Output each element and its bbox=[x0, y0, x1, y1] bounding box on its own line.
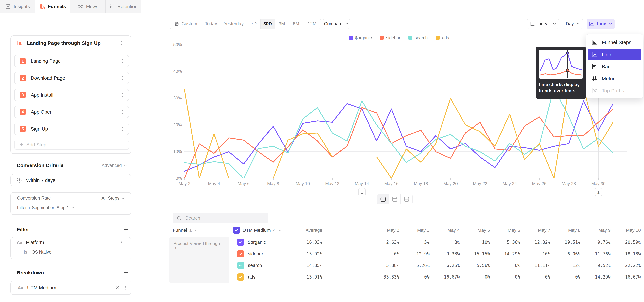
step-kebab-icon[interactable] bbox=[120, 58, 125, 64]
granularity-dropdown[interactable]: Day bbox=[563, 19, 583, 29]
layout-split-button[interactable] bbox=[377, 194, 389, 204]
x-tick-label: May 10 bbox=[291, 181, 314, 186]
funnel-step-row[interactable]: 4 App Open bbox=[14, 106, 129, 118]
legend-item-sidebar[interactable]: sidebar bbox=[380, 35, 400, 40]
value-cell: 20.59% bbox=[615, 240, 644, 245]
step-kebab-icon[interactable] bbox=[120, 92, 125, 98]
value-cell: 9.38% bbox=[434, 251, 464, 256]
all-steps-dropdown[interactable]: All Steps bbox=[102, 196, 125, 201]
breakdown-column-header[interactable]: UTM Medium 4 bbox=[233, 227, 300, 234]
funnel-step-row[interactable]: 5 Sign Up bbox=[14, 123, 129, 135]
filter-value[interactable]: iOS Native bbox=[30, 250, 51, 255]
legend-swatch bbox=[380, 36, 384, 40]
filter-property[interactable]: Platform bbox=[26, 240, 44, 245]
tab-flows[interactable]: Flows bbox=[70, 0, 106, 13]
step-kebab-icon[interactable] bbox=[120, 110, 125, 114]
tab-retention[interactable]: Retention bbox=[106, 0, 141, 13]
check-icon bbox=[234, 228, 239, 232]
funnel-column-header[interactable]: Funnel 1 bbox=[173, 225, 198, 236]
breakdown-card: Aa UTM Medium bbox=[10, 281, 132, 295]
legend-label: sidebar bbox=[386, 35, 400, 40]
range-button-3m[interactable]: 3M bbox=[275, 19, 289, 28]
range-button-today[interactable]: Today bbox=[202, 19, 220, 28]
breakdown-property[interactable]: UTM Medium bbox=[27, 285, 56, 290]
menu-item-funnel-steps[interactable]: Funnel Steps bbox=[588, 36, 641, 48]
legend-item-search[interactable]: search bbox=[408, 35, 428, 40]
remove-breakdown-icon[interactable] bbox=[115, 286, 120, 290]
select-all-checkbox[interactable] bbox=[233, 227, 240, 234]
step-label: App Open bbox=[31, 109, 53, 115]
tab-retention-label: Retention bbox=[118, 4, 138, 9]
linear-scale-icon bbox=[530, 21, 535, 26]
tab-funnels[interactable]: Funnels bbox=[35, 0, 70, 13]
series-checkbox[interactable] bbox=[237, 262, 244, 269]
filter-card: Aa Platform Is iOS Native bbox=[10, 237, 132, 259]
range-button-7d[interactable]: 7D bbox=[247, 19, 260, 28]
breakdown-kebab-icon[interactable] bbox=[123, 285, 128, 290]
step-kebab-icon[interactable] bbox=[120, 76, 125, 80]
add-step-button[interactable]: + Add Step bbox=[14, 140, 129, 150]
layout-chart-top-button[interactable] bbox=[389, 194, 401, 204]
funnel-step-row[interactable]: 3 App Install bbox=[14, 89, 129, 101]
range-button-12m[interactable]: 12M bbox=[303, 19, 321, 28]
column-header-may-10: May 10 bbox=[615, 228, 644, 233]
menu-item-metric[interactable]: Metric bbox=[588, 73, 641, 84]
annotation-badge[interactable]: 1 bbox=[595, 188, 602, 196]
table-header-divider bbox=[170, 236, 644, 236]
drag-handle-icon[interactable] bbox=[13, 286, 16, 290]
table-row-ads[interactable]: ads13.91%33.33%0%16.67%0%0%0%0%14.29%16.… bbox=[233, 271, 644, 283]
funnel-name[interactable]: Landing Page through Sign Up bbox=[27, 40, 100, 46]
value-cell: 8% bbox=[434, 240, 464, 245]
menu-item-line[interactable]: Line bbox=[588, 49, 641, 60]
calendar-icon bbox=[174, 21, 179, 26]
compare-button[interactable]: Compare bbox=[323, 19, 350, 29]
series-name: search bbox=[248, 263, 262, 268]
value-cell: 18.18% bbox=[615, 251, 644, 256]
legend-item-ads[interactable]: ads bbox=[436, 35, 449, 40]
series-checkbox[interactable] bbox=[237, 250, 244, 257]
series-checkbox[interactable] bbox=[237, 274, 244, 280]
funnel-step-row[interactable]: 2 Download Page bbox=[14, 72, 129, 84]
conversion-window-card[interactable]: Within 7 days bbox=[10, 174, 132, 186]
breakdown-header-count: 4 bbox=[273, 228, 276, 233]
x-tick-label: May 18 bbox=[409, 181, 433, 186]
layout-split-icon bbox=[380, 196, 386, 202]
range-button-custom[interactable]: Custom bbox=[170, 19, 202, 28]
range-button-6m[interactable]: 6M bbox=[289, 19, 303, 28]
column-header-may-9: May 9 bbox=[585, 228, 615, 233]
value-cell: 6.25% bbox=[434, 263, 464, 268]
x-tick-label: May 14 bbox=[350, 181, 374, 186]
table-row-search[interactable]: search14.85%5.88%5.26%6.25%5.56%0%11.11%… bbox=[233, 260, 644, 271]
filter-kebab-icon[interactable] bbox=[119, 240, 124, 245]
property-type-badge: Aa bbox=[17, 240, 22, 245]
search-input[interactable] bbox=[185, 216, 259, 221]
retention-icon bbox=[109, 4, 115, 10]
funnel-step-row[interactable]: 1 Landing Page bbox=[14, 55, 129, 67]
add-filter-button[interactable]: + bbox=[124, 225, 128, 234]
add-breakdown-button[interactable]: + bbox=[124, 268, 128, 277]
range-button-30d[interactable]: 30D bbox=[260, 19, 275, 28]
funnel-kebab-icon[interactable] bbox=[119, 40, 124, 46]
advanced-dropdown[interactable]: Advanced bbox=[102, 163, 128, 168]
insights-icon bbox=[5, 4, 11, 10]
annotation-badge[interactable]: 1 bbox=[358, 188, 366, 196]
chart-type-dropdown[interactable]: Line bbox=[587, 19, 615, 29]
property-type-badge: Aa bbox=[18, 285, 23, 290]
filter-segment-dropdown[interactable]: Filter + Segment on Step 1 bbox=[17, 205, 75, 210]
flows-icon bbox=[78, 4, 83, 10]
funnel-name-cell[interactable]: Product Viewed through P... bbox=[170, 237, 230, 283]
menu-item-bar[interactable]: Bar bbox=[588, 61, 641, 72]
menu-item-top-paths[interactable]: Top Paths bbox=[588, 85, 641, 97]
legend-item-organic[interactable]: $organic bbox=[349, 35, 372, 40]
step-label: Download Page bbox=[31, 75, 65, 81]
scale-dropdown[interactable]: Linear bbox=[527, 19, 559, 29]
tab-insights[interactable]: Insights bbox=[0, 0, 35, 13]
range-button-yesterday[interactable]: Yesterday bbox=[220, 19, 247, 28]
table-row-sidebar[interactable]: sidebar15.92%0%12.9%9.38%15.15%14.29%10%… bbox=[233, 248, 644, 260]
layout-chart-bottom-button[interactable] bbox=[401, 194, 412, 204]
filter-operator[interactable]: Is bbox=[24, 250, 27, 255]
series-checkbox[interactable] bbox=[237, 239, 244, 246]
x-tick-label: May 16 bbox=[380, 181, 403, 186]
step-kebab-icon[interactable] bbox=[120, 126, 125, 131]
table-row-organic[interactable]: $organic16.03%2.63%5%8%10%5.36%12.82%19.… bbox=[233, 236, 644, 248]
